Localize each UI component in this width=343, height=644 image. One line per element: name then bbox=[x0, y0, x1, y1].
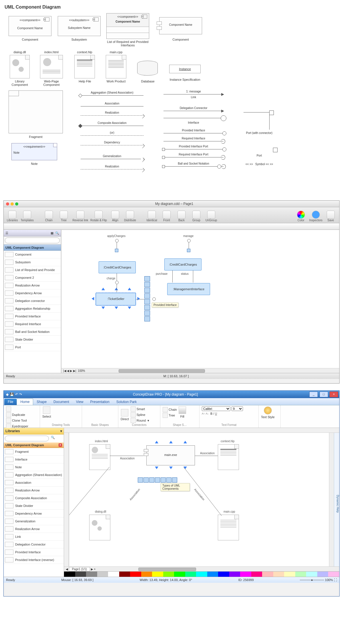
palette-item[interactable] bbox=[155, 477, 160, 483]
list-item[interactable]: Link bbox=[4, 533, 64, 541]
btn-tree[interactable]: Tree bbox=[163, 413, 177, 418]
palette-item[interactable] bbox=[144, 288, 150, 293]
btn-clonetool[interactable]: Clone Tool bbox=[6, 418, 27, 423]
btn-chain[interactable]: Chain bbox=[163, 407, 177, 412]
btn-round[interactable]: Round ▾ bbox=[131, 418, 149, 423]
shape-context[interactable] bbox=[218, 444, 239, 470]
qat-save-icon[interactable]: 💾 bbox=[10, 392, 14, 396]
tb-back[interactable]: Back bbox=[175, 211, 188, 222]
shape-index[interactable] bbox=[89, 444, 110, 470]
zoom-icon[interactable] bbox=[15, 202, 18, 206]
list-item[interactable]: Delegation Connector bbox=[4, 541, 64, 548]
color-palette[interactable] bbox=[64, 571, 339, 577]
btn-duplicate[interactable]: Duplicate bbox=[6, 412, 25, 417]
list-item[interactable]: Association bbox=[4, 479, 64, 487]
tb-templates[interactable]: Templates bbox=[20, 211, 34, 222]
scroll-thumb[interactable] bbox=[119, 369, 205, 373]
tb-rotate[interactable]: Rotate & Flip bbox=[90, 211, 107, 222]
palette-item[interactable] bbox=[172, 477, 177, 483]
library-list[interactable]: ComponentSubsystemList of Required and P… bbox=[4, 251, 61, 373]
maximize-button[interactable]: □ bbox=[320, 392, 328, 397]
list-item[interactable]: Port bbox=[4, 343, 61, 351]
list-item[interactable]: Realization Arrow bbox=[4, 487, 64, 494]
win-titlebar[interactable]: ◆ 💾 ↶ ↷ ConceptDraw PRO - [My diagram - … bbox=[4, 391, 339, 398]
close-icon[interactable] bbox=[6, 202, 9, 206]
shape-cc1[interactable]: :CreditCardCharges bbox=[99, 261, 136, 273]
list-item[interactable]: Fragment bbox=[4, 448, 64, 456]
list-item[interactable]: Aggregation (Shared Association) bbox=[4, 471, 64, 479]
shape-ticket[interactable]: :TicketSeller bbox=[96, 293, 136, 305]
shape-main[interactable]: main.exe bbox=[146, 445, 195, 465]
fullscreen-icon[interactable]: ⛶ bbox=[334, 578, 337, 582]
palette-item[interactable] bbox=[144, 311, 150, 316]
btn-select[interactable]: Select bbox=[42, 406, 51, 418]
win-canvas[interactable]: index.html context.hlp main.exe bbox=[69, 433, 329, 566]
interface-node[interactable] bbox=[152, 297, 156, 301]
tab-view[interactable]: View bbox=[73, 399, 87, 405]
tb-distribute[interactable]: Distribute bbox=[123, 211, 137, 222]
list-item[interactable]: Aggregation Relationship bbox=[4, 305, 61, 313]
list-item[interactable]: Interface bbox=[4, 456, 64, 463]
list-item[interactable]: Dependency Arrow bbox=[4, 510, 64, 517]
floating-palette[interactable] bbox=[144, 276, 150, 322]
zoom-slider[interactable]: ─────●───── bbox=[300, 578, 324, 582]
tb-chain[interactable]: Chain bbox=[42, 211, 56, 222]
italic-icon[interactable]: I bbox=[213, 412, 214, 415]
shape-cc2[interactable]: :CreditCardCharges bbox=[164, 258, 202, 270]
mac-titlebar[interactable]: My diagram.cdd – Page1 bbox=[4, 201, 339, 207]
list-item[interactable]: List of Required and Provide bbox=[4, 266, 61, 274]
tb-front[interactable]: Front bbox=[160, 211, 174, 222]
minimize-button[interactable]: _ bbox=[309, 392, 318, 397]
vscroll[interactable] bbox=[329, 433, 334, 566]
library-header[interactable]: UML Component Diagram bbox=[4, 244, 61, 251]
list-item[interactable]: Provided Interface (reverse) bbox=[4, 556, 64, 564]
btn-direct[interactable]: Direct bbox=[121, 409, 129, 421]
grid-icon[interactable]: ▦ bbox=[51, 231, 53, 235]
tb-identical[interactable]: Identical bbox=[145, 211, 159, 222]
tb-save[interactable]: Save bbox=[324, 211, 338, 222]
list-item[interactable]: Provided Interface bbox=[4, 548, 64, 556]
larger-icon[interactable]: A↑ bbox=[202, 412, 205, 415]
palette-item[interactable] bbox=[144, 276, 150, 281]
tb-reverse[interactable]: Reverse link bbox=[72, 211, 89, 222]
minimize-icon[interactable] bbox=[11, 202, 14, 206]
bold-icon[interactable]: B bbox=[210, 412, 212, 415]
palette-item[interactable] bbox=[166, 477, 172, 483]
tab-home[interactable]: Home bbox=[17, 398, 33, 405]
font-size-select[interactable]: 9 bbox=[232, 406, 243, 411]
page-tab-bar[interactable]: ◀ Page1 (1/1) ▶ + bbox=[64, 566, 339, 571]
mac-subtoolbar[interactable] bbox=[4, 223, 339, 230]
palette-item[interactable] bbox=[144, 305, 150, 310]
list-item[interactable]: Component bbox=[4, 251, 61, 258]
dynamic-help-strip[interactable]: Dynamic Help bbox=[334, 433, 339, 566]
ruler-h[interactable] bbox=[64, 428, 339, 433]
search-input[interactable] bbox=[5, 238, 60, 243]
list-item[interactable]: Generalization bbox=[4, 517, 64, 525]
btn-smart[interactable]: Smart bbox=[131, 406, 149, 412]
shape-dialog[interactable] bbox=[89, 515, 110, 540]
chevron-down-icon[interactable]: ▾ bbox=[60, 429, 62, 433]
list-item[interactable]: Subsystem bbox=[4, 258, 61, 266]
interface-node[interactable] bbox=[115, 281, 119, 284]
floating-palette[interactable] bbox=[138, 477, 177, 483]
list-item[interactable]: Note bbox=[4, 463, 64, 471]
search-input[interactable] bbox=[5, 436, 49, 441]
shape-maincpp[interactable] bbox=[218, 515, 239, 540]
tab-file[interactable]: File bbox=[4, 399, 17, 405]
palette-item[interactable] bbox=[143, 477, 149, 483]
list-item[interactable]: Composite Association bbox=[4, 494, 64, 502]
close-button[interactable]: × bbox=[330, 392, 338, 397]
hscroll[interactable]: |◀ ◀ ▶ ▶| 100% bbox=[61, 368, 339, 373]
search-icon[interactable]: 🔍 bbox=[55, 231, 59, 235]
tb-libraries[interactable]: Libraries bbox=[5, 211, 19, 222]
shape-mgmt[interactable]: :ManagementInterface bbox=[167, 283, 210, 295]
tb-ungroup[interactable]: UnGroup bbox=[204, 211, 218, 222]
palette-item[interactable] bbox=[144, 282, 150, 287]
list-item[interactable]: Required Interface bbox=[4, 320, 61, 328]
scroll-thumb[interactable] bbox=[138, 568, 196, 571]
page-tab[interactable]: Page1 (1/1) bbox=[69, 567, 90, 571]
tb-inspectors[interactable]: Inspectors bbox=[309, 211, 323, 222]
traffic-lights[interactable] bbox=[4, 202, 21, 206]
btn-textstyle[interactable]: Text Style bbox=[261, 406, 275, 419]
list-item[interactable]: Realization Arrow bbox=[4, 525, 64, 533]
